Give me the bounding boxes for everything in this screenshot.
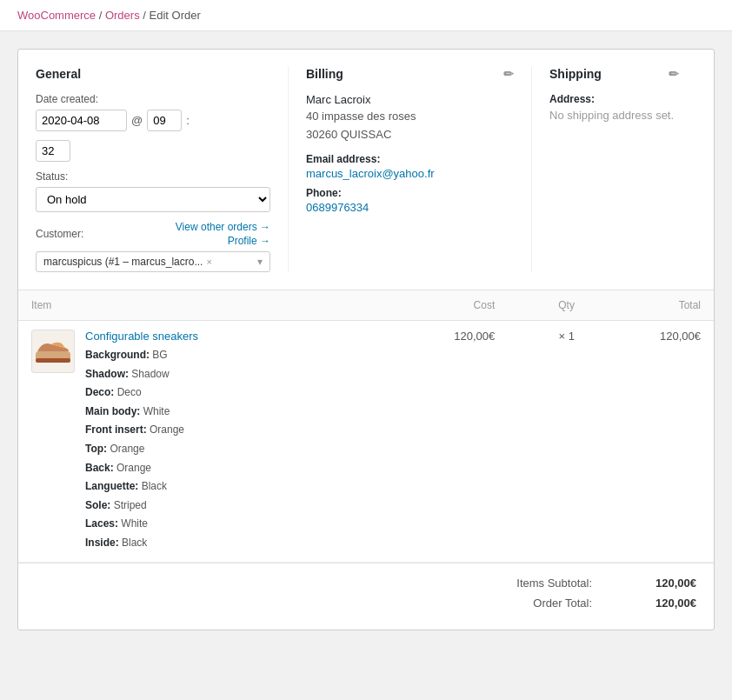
meta-item: Main body: White	[85, 403, 198, 422]
cost-cell: 120,00€	[382, 321, 508, 563]
date-label: Date created:	[36, 93, 270, 105]
breadcrumb: WooCommerce / Orders / Edit Order	[0, 0, 732, 31]
table-row: Configurable sneakersBackground: BGShado…	[18, 321, 714, 563]
general-section: General Date created: @ : Status: On hol…	[36, 67, 288, 272]
view-other-orders-link[interactable]: View other orders →	[176, 221, 270, 233]
date-row: @ :	[36, 110, 270, 131]
col-item: Item	[18, 290, 382, 321]
product-info: Configurable sneakersBackground: BGShado…	[85, 330, 198, 553]
meta-item: Background: BG	[85, 346, 198, 365]
order-card: General Date created: @ : Status: On hol…	[17, 49, 715, 630]
shipping-section: Shipping ✏ Address: No shipping address …	[531, 67, 696, 272]
items-header-row: Item Cost Qty Total	[18, 290, 714, 321]
at-symbol: @	[131, 114, 143, 127]
col-qty: Qty	[508, 290, 588, 321]
shipping-edit-icon[interactable]: ✏	[669, 67, 679, 81]
meta-item: Sole: Striped	[85, 497, 198, 516]
customer-tag: marcuspicus (#1 – marcus_lacro... ×	[43, 256, 212, 268]
time-hour-input[interactable]	[147, 110, 182, 131]
time-minute-input[interactable]	[36, 140, 70, 162]
svg-rect-1	[36, 358, 70, 363]
breadcrumb-sep1: /	[99, 9, 105, 22]
subtotal-row: Items Subtotal: 120,00€	[516, 577, 696, 590]
profile-link[interactable]: Profile →	[228, 235, 270, 247]
billing-name: Marc Lacroix	[306, 93, 514, 106]
col-total: Total	[588, 290, 714, 321]
general-title: General	[36, 67, 270, 81]
status-select[interactable]: On hold Pending payment Processing Compl…	[36, 187, 270, 212]
customer-row: Customer: View other orders → Profile →	[36, 221, 270, 247]
remove-customer-button[interactable]: ×	[206, 257, 211, 267]
product-name-link[interactable]: Configurable sneakers	[85, 330, 198, 343]
breadcrumb-sep2: /	[143, 9, 149, 22]
total-label: Order Total:	[533, 597, 592, 610]
top-section: General Date created: @ : Status: On hol…	[18, 50, 714, 290]
billing-address: 40 impasse des roses 30260 QUISSAC	[306, 108, 514, 144]
main-content: General Date created: @ : Status: On hol…	[0, 31, 732, 665]
billing-edit-icon[interactable]: ✏	[503, 67, 514, 81]
select-arrow-icon: ▾	[257, 256, 263, 268]
product-thumbnail	[31, 330, 75, 373]
meta-item: Languette: Black	[85, 477, 198, 497]
breadcrumb-orders[interactable]: Orders	[105, 9, 140, 22]
billing-email-label: Email address:	[306, 153, 514, 165]
items-table-head: Item Cost Qty Total	[18, 290, 714, 321]
items-table-body: Configurable sneakersBackground: BGShado…	[18, 321, 714, 563]
shipping-address-label: Address:	[549, 93, 679, 105]
status-label: Status:	[36, 170, 270, 183]
billing-phone[interactable]: 0689976334	[306, 201, 369, 214]
meta-item: Laces: White	[85, 515, 198, 534]
qty-cell: × 1	[508, 321, 588, 563]
total-row: Order Total: 120,00€	[533, 597, 696, 610]
meta-item: Top: Orange	[85, 440, 198, 459]
item-cell: Configurable sneakersBackground: BGShado…	[18, 321, 382, 563]
total-cell: 120,00€	[588, 321, 714, 563]
subtotal-label: Items Subtotal:	[516, 577, 592, 590]
total-value: 120,00€	[627, 597, 696, 610]
colon-symbol: :	[186, 114, 190, 127]
product-meta: Background: BGShadow: ShadowDeco: DecoMa…	[85, 346, 198, 553]
col-cost: Cost	[382, 290, 508, 321]
breadcrumb-woocommerce[interactable]: WooCommerce	[17, 9, 96, 22]
date-input[interactable]	[36, 110, 127, 131]
items-table: Item Cost Qty Total Configurable sneaker…	[18, 290, 714, 563]
meta-item: Inside: Black	[85, 534, 198, 553]
shipping-address-value: No shipping address set.	[549, 109, 679, 122]
meta-item: Back: Orange	[85, 459, 198, 478]
billing-title: Billing ✏	[306, 67, 514, 81]
customer-value: marcuspicus (#1 – marcus_lacro...	[43, 256, 203, 268]
customer-label: Customer:	[36, 228, 83, 240]
billing-email[interactable]: marcus_lacroix@yahoo.fr	[306, 167, 435, 180]
billing-section: Billing ✏ Marc Lacroix 40 impasse des ro…	[288, 67, 531, 272]
billing-phone-label: Phone:	[306, 187, 514, 199]
customer-links: View other orders → Profile →	[176, 221, 270, 247]
shipping-title: Shipping ✏	[549, 67, 679, 81]
items-section: Item Cost Qty Total Configurable sneaker…	[18, 290, 714, 563]
customer-select-box[interactable]: marcuspicus (#1 – marcus_lacro... × ▾	[36, 251, 270, 272]
subtotal-value: 120,00€	[627, 577, 696, 590]
meta-item: Front insert: Orange	[85, 421, 198, 440]
meta-item: Deco: Deco	[85, 383, 198, 403]
breadcrumb-current: Edit Order	[150, 9, 201, 22]
meta-item: Shadow: Shadow	[85, 365, 198, 384]
totals-section: Items Subtotal: 120,00€ Order Total: 120…	[18, 563, 714, 630]
